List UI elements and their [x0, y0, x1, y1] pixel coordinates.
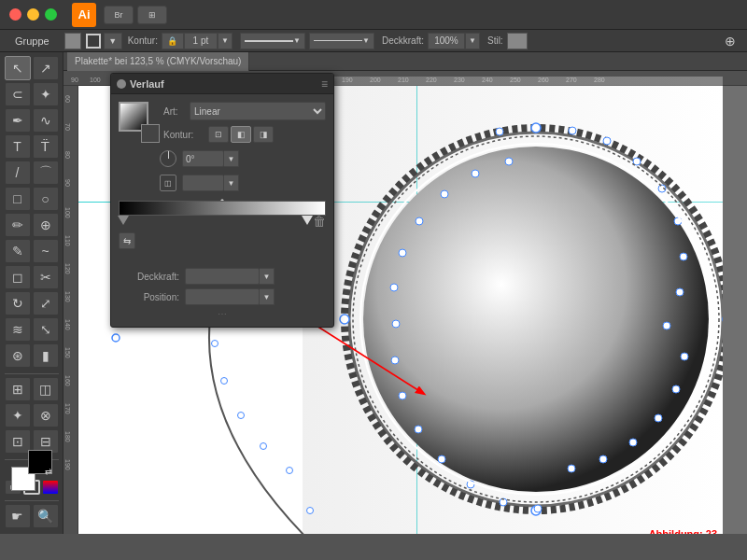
deckkraft-input[interactable]: [185, 268, 260, 285]
type-tool[interactable]: T: [5, 134, 31, 159]
svg-point-4: [531, 123, 541, 133]
gradient-stop-left[interactable]: [118, 216, 129, 225]
position-dropdown[interactable]: ▼: [260, 288, 275, 305]
deckkraft-row: Deckkraft: ▼: [119, 268, 326, 285]
badge-shape: [303, 77, 723, 534]
svg-point-2: [363, 147, 709, 492]
kontur-value[interactable]: [184, 33, 218, 49]
more-options-icon[interactable]: ⊕: [721, 32, 740, 50]
kontur-lock[interactable]: 🔒: [162, 33, 184, 49]
svg-point-30: [390, 284, 398, 291]
kontur-dropdown[interactable]: ▼: [218, 33, 233, 49]
brush-tool[interactable]: ✏: [5, 213, 31, 237]
angle-input[interactable]: [182, 150, 224, 167]
svg-point-16: [681, 353, 688, 360]
close-button[interactable]: [9, 8, 21, 21]
position-input[interactable]: [185, 288, 260, 305]
delete-stop-icon[interactable]: 🗑: [313, 214, 326, 229]
artboard-tool[interactable]: ⊡: [5, 429, 31, 454]
gradient-slider-area: 🗑 ⇆: [119, 201, 326, 249]
svg-point-28: [391, 357, 399, 364]
panel-titlebar: Verlauf ≡: [111, 74, 333, 94]
stroke-style-2[interactable]: ▼: [309, 33, 374, 49]
pencil-tool[interactable]: ✎: [5, 239, 31, 263]
svg-point-52: [307, 508, 314, 514]
scale-tool[interactable]: ⤢: [33, 291, 59, 315]
opacity-dropdown[interactable]: ▼: [465, 33, 480, 49]
pen-tool[interactable]: ✒: [5, 108, 31, 133]
gradient-stop-right[interactable]: [302, 216, 313, 225]
svg-point-35: [505, 158, 513, 165]
hand-tool[interactable]: ☛: [5, 504, 31, 528]
titlebar: Ai Br ⊞: [0, 0, 747, 30]
aspect-input[interactable]: [182, 175, 224, 191]
gradient-bar[interactable]: [119, 201, 326, 216]
warp-tool[interactable]: ≋: [5, 317, 31, 342]
color-mode-gradient[interactable]: [42, 480, 59, 495]
rect-tool[interactable]: □: [5, 187, 31, 211]
eyedropper-tool[interactable]: ✦: [5, 403, 31, 427]
type-touch-tool[interactable]: T̈: [33, 134, 59, 159]
svg-point-31: [399, 249, 406, 257]
eraser-tool[interactable]: ◻: [5, 265, 31, 289]
art-label: Art:: [163, 106, 190, 117]
reverse-gradient-icon[interactable]: ⇆: [119, 232, 135, 249]
ellipse-tool[interactable]: ○: [33, 187, 59, 211]
stil-label: Stil:: [487, 35, 503, 46]
stroke-swatch[interactable]: [86, 34, 101, 49]
swap-colors-icon[interactable]: ⇄: [45, 467, 52, 476]
kontur-icon-2[interactable]: ◧: [231, 126, 251, 143]
gradient-panel: Verlauf ≡ Art: Linear: [110, 73, 334, 328]
lasso-tool[interactable]: ⊂: [5, 82, 31, 106]
panel-close-button[interactable]: [117, 79, 126, 89]
svg-point-48: [221, 378, 228, 385]
arc-tool[interactable]: ⌒: [33, 161, 59, 185]
kontur-icon-3[interactable]: ◨: [253, 126, 274, 143]
mesh-tool[interactable]: ⊞: [5, 377, 31, 401]
panel-body: Art: Linear Kontur: ⊡ ◧ ◨: [111, 94, 333, 327]
opacity-value[interactable]: [428, 33, 465, 49]
magic-wand-tool[interactable]: ✦: [33, 82, 59, 106]
column-graph-tool[interactable]: ▮: [33, 343, 59, 368]
doc-tab-plakette[interactable]: Plakette* bei 123,5 % (CMYK/Vorschau): [67, 52, 249, 71]
kontur-panel-label: Kontur:: [163, 130, 208, 140]
kontur-icon-1[interactable]: ⊡: [208, 126, 229, 143]
position-label: Position:: [119, 292, 179, 302]
view-button[interactable]: ⊞: [137, 6, 167, 24]
stil-swatch[interactable]: [507, 33, 528, 49]
rotate-tool[interactable]: ↻: [5, 291, 31, 315]
document-area: ↖ ↗ ⊂ ✦ ✒ ∿ T T̈ / ⌒ □ ○ ✏ ⊕ ✎ ~: [0, 52, 747, 534]
stroke-options[interactable]: ▼: [104, 33, 122, 49]
symbol-sprayer-tool[interactable]: ⊛: [5, 343, 31, 368]
maximize-button[interactable]: [45, 8, 57, 21]
stroke-style-1[interactable]: ▼: [240, 33, 305, 49]
aspect-dropdown[interactable]: ▼: [224, 175, 239, 191]
deckkraft-dropdown[interactable]: ▼: [260, 268, 275, 285]
svg-point-15: [663, 322, 670, 329]
svg-point-9: [603, 137, 611, 145]
direct-select-tool[interactable]: ↗: [33, 56, 59, 80]
svg-point-14: [676, 288, 684, 296]
gradient-type-select[interactable]: Linear: [190, 102, 326, 120]
fill-swatch[interactable]: [64, 33, 81, 49]
zoom-tool[interactable]: 🔍: [33, 504, 59, 528]
blob-brush-tool[interactable]: ⊕: [33, 213, 59, 237]
blend-tool[interactable]: ⊗: [33, 403, 59, 427]
svg-point-29: [392, 320, 400, 328]
angle-dropdown[interactable]: ▼: [224, 150, 239, 167]
gradient-preview-swatch[interactable]: [119, 102, 156, 139]
br-button[interactable]: Br: [104, 6, 134, 24]
smooth-tool[interactable]: ~: [33, 239, 59, 263]
deckkraft-label: Deckkraft:: [119, 272, 179, 282]
scissors-tool[interactable]: ✂: [33, 265, 59, 289]
free-transform-tool[interactable]: ⤡: [33, 317, 59, 342]
panel-menu-icon[interactable]: ≡: [321, 77, 328, 91]
aspect-icon[interactable]: ◫: [160, 175, 176, 191]
line-tool[interactable]: /: [5, 161, 31, 185]
curvature-tool[interactable]: ∿: [33, 108, 59, 133]
svg-point-26: [415, 426, 422, 433]
gradient-tool[interactable]: ◫: [33, 377, 59, 401]
select-tool[interactable]: ↖: [5, 56, 31, 80]
resize-handle[interactable]: ⋯: [218, 309, 227, 319]
minimize-button[interactable]: [27, 8, 39, 21]
